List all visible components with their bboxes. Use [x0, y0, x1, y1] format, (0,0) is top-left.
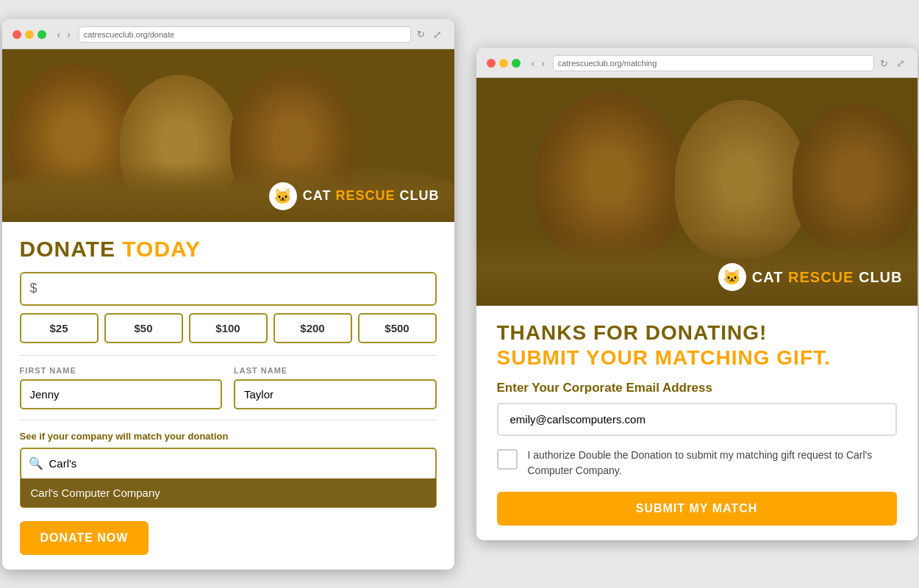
forward-button-right[interactable]: ›: [539, 57, 547, 69]
corp-email-label: Enter Your Corporate Email Address: [497, 381, 897, 395]
right-hero-image: 🐱 CAT RESCUE CLUB: [476, 78, 918, 306]
left-browser-chrome: ‹ › catrescueclub.org/donate ↻ ⤢: [2, 19, 454, 49]
donation-form: DONATE TODAY $ $25 $50 $100 $200 $500 FI…: [2, 222, 454, 570]
preset-100[interactable]: $100: [189, 313, 268, 343]
right-browser-content: 🐱 CAT RESCUE CLUB THANKS FOR DONATING! S…: [476, 78, 918, 539]
left-nav-buttons: ‹ ›: [55, 29, 73, 40]
cat-emoji: 🐱: [273, 187, 292, 205]
dollar-sign: $: [30, 281, 37, 296]
name-section: FIRST NAME LAST NAME: [20, 366, 437, 409]
donate-now-button[interactable]: DONATE NOW: [20, 521, 149, 555]
right-cat-logo-icon: 🐱: [718, 263, 746, 291]
reload-button-left[interactable]: ↻: [417, 29, 425, 40]
preset-200[interactable]: $200: [273, 313, 352, 343]
logo-rescue: RESCUE: [335, 188, 399, 203]
today-text: TODAY: [122, 237, 201, 261]
close-button-right[interactable]: [487, 59, 496, 68]
expand-button-left[interactable]: ⤢: [431, 29, 444, 40]
close-button-left[interactable]: [12, 30, 21, 39]
thanks-line2: SUBMIT YOUR MATCHING GIFT.: [497, 345, 897, 370]
last-name-label: LAST NAME: [234, 366, 437, 375]
amount-input-wrapper[interactable]: $: [20, 272, 437, 306]
dropdown-result[interactable]: Carl's Computer Company: [20, 478, 437, 508]
right-logo-badge: 🐱 CAT RESCUE CLUB: [718, 263, 903, 291]
right-logo-rescue: RESCUE: [788, 269, 859, 285]
right-nav-buttons: ‹ ›: [529, 57, 547, 69]
submit-match-button[interactable]: SUBMIT MY MATCH: [497, 492, 897, 526]
right-logo-cat: CAT: [752, 269, 788, 285]
back-button-left[interactable]: ‹: [55, 29, 63, 40]
left-logo-badge: 🐱 CAT RESCUE CLUB: [269, 182, 440, 210]
first-name-label: FIRST NAME: [20, 366, 223, 375]
preset-500[interactable]: $500: [358, 313, 437, 343]
right-browser-chrome: ‹ › catrescueclub.org/matching ↻ ⤢: [476, 48, 918, 78]
first-name-input[interactable]: [20, 379, 223, 409]
left-browser-content: 🐱 CAT RESCUE CLUB DONATE TODAY $ $25 $50…: [2, 49, 454, 570]
thanks-line1: THANKS FOR DONATING!: [497, 320, 897, 345]
right-browser-window: ‹ › catrescueclub.org/matching ↻ ⤢ 🐱 CAT…: [476, 48, 918, 539]
authorize-row: I authorize Double the Donation to submi…: [497, 448, 897, 478]
authorize-text: I authorize Double the Donation to submi…: [528, 448, 897, 478]
expand-button-right[interactable]: ⤢: [894, 57, 907, 69]
thanks-section: THANKS FOR DONATING! SUBMIT YOUR MATCHIN…: [476, 306, 918, 539]
right-cat-emoji: 🐱: [723, 268, 741, 286]
last-name-group: LAST NAME: [234, 366, 437, 409]
right-traffic-lights: [487, 59, 521, 68]
amount-input[interactable]: [42, 282, 426, 295]
back-button-right[interactable]: ‹: [529, 57, 537, 69]
maximize-button-right[interactable]: [512, 59, 521, 68]
email-input-wrapper[interactable]: [497, 403, 897, 436]
last-name-input[interactable]: [234, 379, 437, 409]
donate-title: DONATE TODAY: [20, 237, 437, 262]
preset-amounts-row: $25 $50 $100 $200 $500: [20, 313, 437, 343]
left-traffic-lights: [12, 30, 46, 39]
donate-word: DONATE: [20, 237, 115, 261]
reload-button-right[interactable]: ↻: [880, 58, 888, 69]
right-url-text: catrescueclub.org/matching: [558, 59, 657, 68]
company-match-label: See if your company will match your dona…: [20, 431, 437, 442]
logo-club: CLUB: [400, 188, 440, 203]
divider-2: [20, 420, 437, 420]
left-browser-window: ‹ › catrescueclub.org/donate ↻ ⤢ 🐱 CAT R…: [2, 19, 454, 570]
minimize-button-right[interactable]: [499, 59, 508, 68]
search-container: 🔍 Carl's Computer Company: [20, 448, 437, 508]
search-icon: 🔍: [29, 456, 43, 470]
right-logo-club: CLUB: [859, 269, 903, 285]
corporate-email-input[interactable]: [510, 413, 884, 426]
authorize-checkbox[interactable]: [497, 449, 518, 470]
preset-50[interactable]: $50: [104, 313, 183, 343]
first-name-group: FIRST NAME: [20, 366, 223, 409]
minimize-button-left[interactable]: [25, 30, 34, 39]
right-url-bar[interactable]: catrescueclub.org/matching: [553, 55, 874, 71]
divider-1: [20, 355, 437, 356]
maximize-button-left[interactable]: [37, 30, 46, 39]
left-logo-text: CAT RESCUE CLUB: [303, 188, 440, 204]
company-search-input[interactable]: [49, 457, 428, 470]
right-logo-text: CAT RESCUE CLUB: [752, 269, 903, 286]
forward-button-left[interactable]: ›: [65, 29, 73, 40]
preset-25[interactable]: $25: [20, 313, 99, 343]
cat-logo-icon: 🐱: [269, 182, 297, 210]
logo-cat: CAT: [303, 188, 336, 203]
search-wrap[interactable]: 🔍: [20, 448, 437, 480]
left-hero-image: 🐱 CAT RESCUE CLUB: [2, 49, 454, 222]
thanks-title: THANKS FOR DONATING! SUBMIT YOUR MATCHIN…: [497, 320, 897, 370]
left-url-text: catrescueclub.org/donate: [84, 30, 175, 39]
left-url-bar[interactable]: catrescueclub.org/donate: [79, 26, 411, 43]
